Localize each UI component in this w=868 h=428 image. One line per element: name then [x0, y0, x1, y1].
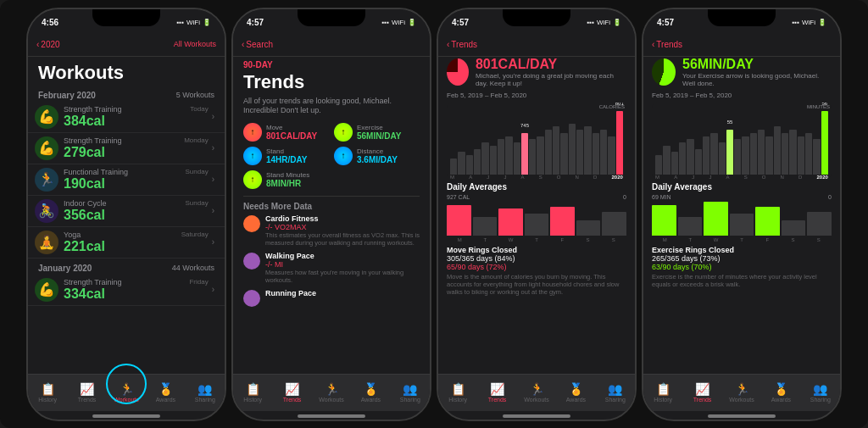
move-daily-bars — [447, 202, 626, 236]
move-bar-8 — [505, 136, 512, 175]
nav-back-4[interactable]: ‹ Trends — [652, 40, 682, 49]
workout-details-5: Yoga Saturday 221cal — [64, 231, 209, 254]
ex-bar-2 — [663, 146, 670, 175]
day-s2: S — [601, 237, 626, 242]
ex-bar-1 — [655, 155, 662, 175]
ex-daily-bar-t — [678, 217, 703, 236]
month-j2: J — [504, 175, 506, 179]
ex-day-m: M — [652, 237, 677, 242]
trend-exercise[interactable]: ↑ Exercise 56MIN/DAY — [334, 123, 420, 142]
nav-back-2[interactable]: ‹ Search — [242, 40, 273, 49]
ex-bar-20 — [805, 133, 812, 175]
exercise-daily-bars — [652, 202, 832, 236]
move-bar-13 — [545, 130, 552, 175]
move-rings-1: 305/365 days (84%) — [447, 254, 626, 263]
tab-workouts-1[interactable]: 🏃 Workouts — [107, 382, 146, 403]
tab-awards-2[interactable]: 🏅 Awards — [351, 382, 390, 403]
workout-icon-symbol-3: 🏃 — [38, 171, 55, 187]
workout-type-6: Strength Training — [64, 278, 122, 286]
workout-icon-5: 🧘 — [35, 231, 58, 254]
ex-day-t2: T — [729, 237, 754, 242]
move-screen-content: 801CAL/DAY Michael, you're doing a great… — [438, 57, 635, 374]
trend-exercise-info: Exercise 56MIN/DAY — [357, 124, 401, 141]
workouts-tab-label-4: Workouts — [729, 397, 754, 403]
nav-back-1[interactable]: ‹ 2020 — [36, 40, 60, 49]
move-bar-19 — [593, 133, 599, 175]
workout-cal-2: 279cal — [64, 145, 209, 160]
workout-cal-1: 384cal — [64, 114, 209, 129]
battery-icon-3: 🔋 — [613, 19, 621, 26]
tab-trends-1[interactable]: 📈 Trends — [67, 382, 106, 403]
nav-back-label-4[interactable]: Trends — [656, 40, 682, 49]
trend-stand[interactable]: ↑ Stand 14HR/DAY — [243, 147, 329, 165]
tab-history-4[interactable]: 📋 History — [643, 382, 682, 403]
nav-back-3[interactable]: ‹ Trends — [447, 40, 477, 49]
trend-distance[interactable]: ↑ Distance 3.6MI/DAY — [334, 147, 420, 165]
tab-history-1[interactable]: 📋 History — [28, 382, 67, 403]
workouts-title: Workouts — [38, 62, 214, 84]
tab-bar-2: 📋 History 📈 Trends 🏃 Workouts 🏅 Awards 👥… — [233, 374, 430, 411]
tab-sharing-1[interactable]: 👥 Sharing — [186, 382, 225, 403]
exercise-stat-block: 56MIN/DAY Your Exercise arrow is looking… — [682, 57, 832, 88]
chevron-left-icon-2: ‹ — [242, 40, 244, 49]
trend-stand-min[interactable]: ↑ Stand Minutes 8MIN/HR — [243, 170, 329, 189]
move-bar-9 — [514, 142, 520, 175]
workout-item-2[interactable]: 💪 Strength Training Monday 279cal › — [28, 133, 225, 164]
running-dot-icon — [243, 290, 260, 307]
tab-sharing-2[interactable]: 👥 Sharing — [391, 382, 430, 403]
tab-awards-1[interactable]: 🏅 Awards — [146, 382, 185, 403]
workout-item-1[interactable]: 💪 Strength Training Today 384cal › — [28, 102, 225, 133]
ex-bar-6 — [695, 149, 702, 175]
needs-item-cardio[interactable]: Cardio Fitness -/- VO2MAX This estimates… — [243, 214, 420, 247]
phones-container: 4:56 ▪▪▪ WiFi 🔋 ‹ 2020 All Workouts Work… — [0, 0, 868, 428]
ex-month-j: J — [692, 175, 694, 179]
nav-back-label-2[interactable]: Search — [246, 40, 273, 49]
needs-item-running[interactable]: Running Pace — [243, 289, 420, 307]
needs-item-walking[interactable]: Walking Pace -/- MI Measures how fast yo… — [243, 252, 420, 284]
sharing-tab-label-4: Sharing — [810, 397, 831, 403]
tab-trends-4[interactable]: 📈 Trends — [682, 382, 721, 403]
month-header-jan: January 2020 44 Workouts — [28, 260, 225, 275]
ex-month-n: N — [781, 175, 784, 179]
tab-workouts-2[interactable]: 🏃 Workouts — [312, 382, 351, 403]
workout-item-5[interactable]: 🧘 Yoga Saturday 221cal › — [28, 227, 225, 258]
chevron-left-icon-4: ‹ — [652, 40, 654, 49]
trend-stand-name: Stand — [266, 147, 308, 155]
workout-type-2: Strength Training — [64, 136, 122, 145]
workout-item-6[interactable]: 💪 Strength Training Friday 334cal › — [28, 275, 225, 306]
sharing-tab-icon-4: 👥 — [813, 382, 827, 396]
tab-trends-3[interactable]: 📈 Trends — [477, 382, 516, 403]
move-date-range: Feb 5, 2019 – Feb 5, 2020 — [447, 92, 626, 99]
tab-sharing-3[interactable]: 👥 Sharing — [596, 382, 635, 403]
tab-history-3[interactable]: 📋 History — [438, 382, 477, 403]
month-j: J — [487, 175, 489, 179]
tab-workouts-4[interactable]: 🏃 Workouts — [722, 382, 761, 403]
trend-stand-value: 14HR/DAY — [266, 155, 308, 164]
nav-action-1[interactable]: All Workouts — [174, 40, 216, 48]
workout-details-3: Functional Training Sunday 190cal — [64, 168, 209, 192]
nav-bar-1: ‹ 2020 All Workouts — [28, 33, 225, 57]
move-subtitle: Michael, you're doing a great job moving… — [476, 72, 626, 88]
workout-item-3[interactable]: 🏃 Functional Training Sunday 190cal › — [28, 164, 225, 196]
trends-tab-icon-3: 📈 — [490, 382, 504, 396]
tab-trends-2[interactable]: 📈 Trends — [272, 382, 311, 403]
workout-item-4[interactable]: 🚴 Indoor Cycle Sunday 356cal › — [28, 196, 225, 227]
month-section-feb: February 2020 5 Workouts 💪 Strength Trai… — [28, 87, 225, 258]
nav-back-label-3[interactable]: Trends — [451, 40, 477, 49]
exercise-rings-title: Exercise Rings Closed — [652, 246, 832, 254]
tab-awards-3[interactable]: 🏅 Awards — [556, 382, 595, 403]
trend-move[interactable]: ↑ Move 801CAL/DAY — [243, 123, 329, 142]
needs-cardio-text: Cardio Fitness -/- VO2MAX This estimates… — [265, 214, 420, 247]
trends-screen-content: 90-DAY Trends All of your trends are loo… — [233, 57, 430, 374]
tab-sharing-4[interactable]: 👥 Sharing — [801, 382, 840, 403]
tab-history-2[interactable]: 📋 History — [233, 382, 272, 403]
daily-bar-s — [576, 220, 601, 236]
ex-month-j2: J — [709, 175, 711, 179]
tab-workouts-3[interactable]: 🏃 Workouts — [517, 382, 556, 403]
trends-desc: All of your trends are looking good, Mic… — [243, 97, 420, 116]
nav-back-label-1[interactable]: 2020 — [41, 40, 59, 49]
tab-awards-4[interactable]: 🏅 Awards — [761, 382, 800, 403]
trend-exercise-name: Exercise — [357, 124, 401, 131]
move-chart-months: M A J J A S O N D 2020 — [447, 175, 626, 179]
exercise-screen-content: 56MIN/DAY Your Exercise arrow is looking… — [643, 57, 840, 374]
